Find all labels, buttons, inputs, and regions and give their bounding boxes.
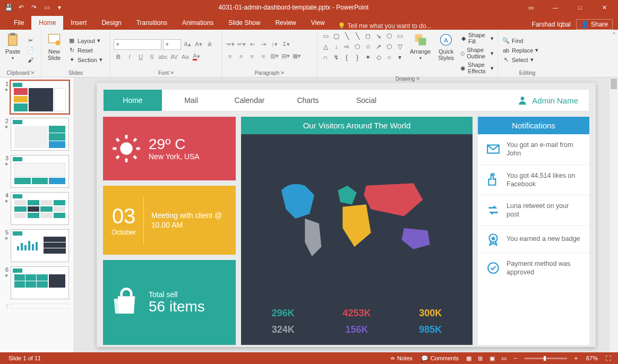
reading-view-icon[interactable]: ▣ <box>486 352 498 364</box>
cut-button[interactable]: ✂ <box>25 37 35 45</box>
decrease-font-icon[interactable]: A▾ <box>194 40 203 49</box>
dashboard-tab-mail[interactable]: Mail <box>162 90 220 111</box>
reset-button[interactable]: ↻Reset <box>67 46 104 55</box>
underline-button[interactable]: U <box>136 52 145 62</box>
vertical-scrollbar[interactable] <box>610 77 618 352</box>
slide-thumbnail[interactable] <box>11 229 69 262</box>
maximize-icon[interactable]: □ <box>568 0 591 15</box>
numbering-icon[interactable]: ≕▾ <box>236 40 246 49</box>
bold-button[interactable]: B <box>114 52 123 62</box>
share-button[interactable]: 👤 Share <box>576 19 613 30</box>
thumb-number: 5 <box>2 229 8 236</box>
notes-button[interactable]: ≐Notes <box>386 355 417 362</box>
paste-button[interactable]: Paste▾ <box>3 31 22 69</box>
slide-thumbnail[interactable] <box>11 155 69 188</box>
tell-me-search[interactable]: 💡 Tell me what you want to do... <box>338 22 432 30</box>
align-left-icon[interactable]: ≡ <box>225 51 235 61</box>
tab-view[interactable]: View <box>304 16 332 30</box>
shapes-gallery[interactable]: ▭▢╲╲◻↘⬡▭ △↓⇨⬠☆↗⬡▽ ∩↯{}✦◇○▾ <box>321 31 405 75</box>
slide-thumbnail[interactable] <box>11 81 69 114</box>
dashboard-tab-charts[interactable]: Charts <box>279 90 337 111</box>
replace-button[interactable]: abReplace ▾ <box>501 46 539 55</box>
slide-thumbnail[interactable] <box>11 192 69 225</box>
dashboard-tab-social[interactable]: Social <box>337 90 396 111</box>
change-case-icon[interactable]: Aa <box>181 52 190 62</box>
slide-thumbnail[interactable] <box>11 266 69 299</box>
tab-insert[interactable]: Insert <box>63 16 94 30</box>
ribbon-display-options-icon[interactable]: ▭ <box>519 0 543 15</box>
arrange-button[interactable]: Arrange▾ <box>408 31 433 75</box>
format-painter-button[interactable]: 🖌 <box>25 56 35 64</box>
user-name[interactable]: Farshad Iqbal <box>532 21 571 28</box>
dashboard-tab-home[interactable]: Home <box>104 90 162 111</box>
align-right-icon[interactable]: ≡ <box>247 51 257 61</box>
zoom-in-icon[interactable]: + <box>570 352 582 364</box>
paragraph-dialog-launcher-icon[interactable]: ⇲ <box>280 70 284 76</box>
section-button[interactable]: ✦Section ▾ <box>67 56 104 64</box>
tab-transitions[interactable]: Transitions <box>129 16 175 30</box>
line-spacing-icon[interactable]: ↕▾ <box>270 40 279 49</box>
shape-effects-button[interactable]: ◉Shape Effects ▾ <box>459 61 495 75</box>
select-button[interactable]: ↖Select ▾ <box>501 56 539 64</box>
align-text-icon[interactable]: ▤▾ <box>281 51 290 61</box>
shadow-button[interactable]: abc <box>158 52 168 62</box>
tab-file[interactable]: File <box>6 16 31 30</box>
qat-customize-icon[interactable]: ▾ <box>55 3 64 12</box>
close-icon[interactable]: ✕ <box>593 0 616 15</box>
slide-thumbnail[interactable] <box>11 118 69 151</box>
tab-home[interactable]: Home <box>31 16 63 30</box>
tab-slideshow[interactable]: Slide Show <box>221 16 268 30</box>
dashboard-tab-calendar[interactable]: Calendar <box>220 90 279 111</box>
comments-button[interactable]: 💬Comments <box>417 355 463 362</box>
slideshow-view-icon[interactable]: ▭ <box>498 352 510 364</box>
justify-icon[interactable]: ≡ <box>259 51 268 61</box>
increase-font-icon[interactable]: A▴ <box>183 40 192 49</box>
font-name-combo[interactable]: ▾ <box>114 39 161 50</box>
increase-indent-icon[interactable]: ⇥ <box>259 40 268 49</box>
shape-outline-button[interactable]: ◇Shape Outline ▾ <box>459 46 495 60</box>
clear-formatting-icon[interactable]: A̷ <box>205 40 214 49</box>
minimize-icon[interactable]: — <box>544 0 567 15</box>
slide-sorter-view-icon[interactable]: ⊞ <box>475 352 486 364</box>
layout-button[interactable]: ▦Layout ▾ <box>67 37 104 45</box>
shape-fill-button[interactable]: ◆Shape Fill ▾ <box>459 31 495 45</box>
zoom-slider[interactable] <box>525 358 567 359</box>
slide[interactable]: Home Mail Calendar Charts Social Admin N… <box>97 83 596 347</box>
strikethrough-button[interactable]: S <box>147 52 157 62</box>
undo-icon[interactable]: ↶ <box>17 3 25 12</box>
quick-styles-button[interactable]: A Quick Styles <box>436 31 456 75</box>
collapse-ribbon-icon[interactable]: ˄ <box>613 32 616 39</box>
tab-review[interactable]: Review <box>268 16 303 30</box>
clipboard-dialog-launcher-icon[interactable]: ⇲ <box>30 70 34 76</box>
find-button[interactable]: 🔍Find <box>501 37 539 45</box>
text-direction-icon[interactable]: ↧▾ <box>281 40 290 49</box>
tab-design[interactable]: Design <box>94 16 128 30</box>
svg-point-9 <box>120 142 132 154</box>
start-from-beginning-icon[interactable]: ▭ <box>42 3 51 12</box>
new-slide-button[interactable]: New Slide <box>45 31 64 69</box>
bullets-icon[interactable]: ≔▾ <box>225 40 235 49</box>
columns-icon[interactable]: ▥▾ <box>270 51 279 61</box>
align-center-icon[interactable]: ≡ <box>236 51 246 61</box>
font-dialog-launcher-icon[interactable]: ⇲ <box>170 70 174 76</box>
character-spacing-icon[interactable]: AV <box>169 52 179 62</box>
slide-canvas-area[interactable]: Home Mail Calendar Charts Social Admin N… <box>74 77 618 352</box>
italic-button[interactable]: I <box>125 52 134 62</box>
fit-to-window-icon[interactable]: ⛶ <box>602 352 614 364</box>
tab-animations[interactable]: Animations <box>175 16 221 30</box>
slide-counter[interactable]: Slide 1 of 11 <box>4 355 45 361</box>
lightbulb-icon: 💡 <box>338 22 346 30</box>
font-size-combo[interactable]: ▾ <box>163 39 181 50</box>
redo-icon[interactable]: ↷ <box>30 3 38 12</box>
svg-rect-5 <box>418 38 426 46</box>
zoom-out-icon[interactable]: − <box>510 352 521 364</box>
save-icon[interactable]: 💾 <box>4 3 13 12</box>
badge-icon <box>485 232 501 246</box>
smartart-icon[interactable]: ▦▾ <box>292 51 302 61</box>
decrease-indent-icon[interactable]: ⇤ <box>247 40 257 49</box>
copy-button[interactable]: 📄 <box>25 46 35 55</box>
normal-view-icon[interactable]: ▦ <box>463 352 475 364</box>
zoom-level[interactable]: 67% <box>582 355 602 361</box>
slide-thumbnail[interactable] <box>11 304 69 309</box>
font-color-icon[interactable]: A▾ <box>192 52 201 62</box>
